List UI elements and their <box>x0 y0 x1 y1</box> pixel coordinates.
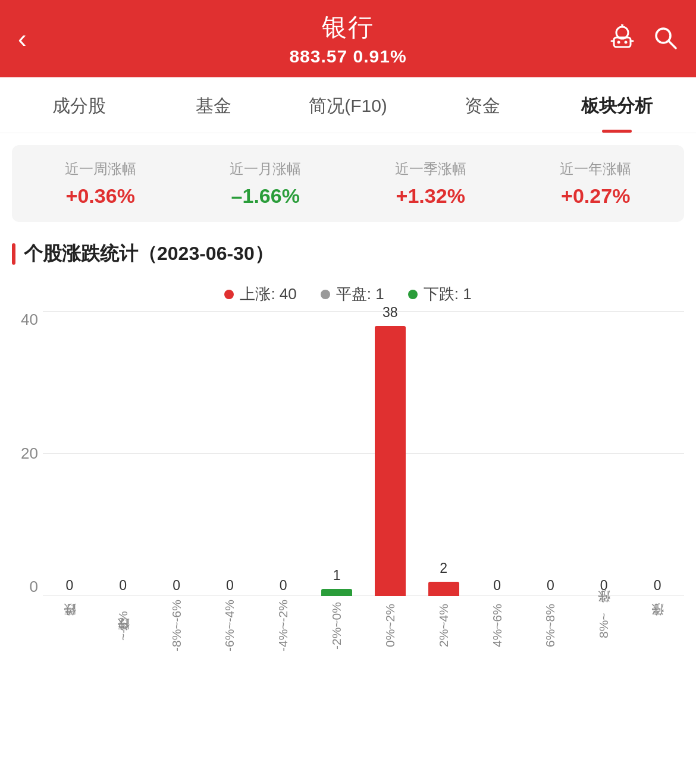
search-icon[interactable] <box>652 24 678 53</box>
nav-tab-基金[interactable]: 基金 <box>146 77 281 133</box>
x-label: -2%~0% <box>310 602 363 650</box>
bar-group: 0 <box>523 311 577 596</box>
x-label: 跌停 <box>43 602 96 650</box>
stat-label: 近一年涨幅 <box>513 159 679 178</box>
stat-value: +0.27% <box>513 184 679 208</box>
stat-item: 近一季涨幅 +1.32% <box>348 159 513 208</box>
chart-inner: 40200 0000013820000 <box>12 311 684 596</box>
stat-value: +1.32% <box>348 184 513 208</box>
bar-group: 38 <box>363 311 417 596</box>
bar-zero-label: 0 <box>547 578 554 594</box>
header-icons-right <box>609 24 678 53</box>
bar-zero-label: 0 <box>280 578 287 594</box>
bar-zero-label: 0 <box>654 578 661 594</box>
svg-point-2 <box>617 41 620 44</box>
stats-row: 近一周涨幅 +0.36% 近一月涨幅 –1.66% 近一季涨幅 +1.32% 近… <box>12 145 684 222</box>
y-label: 20 <box>12 444 38 463</box>
bar-zero-label: 0 <box>600 578 608 594</box>
bar-value-label: 38 <box>383 305 398 321</box>
legend-item: 平盘: 1 <box>321 284 384 305</box>
bar: 1 <box>321 589 352 596</box>
svg-point-3 <box>625 41 628 44</box>
bar-value-label: 1 <box>333 567 341 584</box>
page-title: 银行 <box>289 11 406 44</box>
bar-group: 0 <box>43 311 96 596</box>
svg-line-9 <box>669 41 676 48</box>
stat-label: 近一季涨幅 <box>348 159 513 178</box>
stat-item: 近一年涨幅 +0.27% <box>513 159 679 208</box>
y-axis: 40200 <box>12 311 38 596</box>
legend-label: 下跌: 1 <box>424 284 472 305</box>
chart-legend: 上涨: 40 平盘: 1 下跌: 1 <box>0 284 696 305</box>
x-label: -8%~-6% <box>150 602 203 650</box>
bar-zero-label: 0 <box>493 578 501 594</box>
stat-label: 近一周涨幅 <box>18 159 183 178</box>
nav-tab-资金[interactable]: 资金 <box>415 77 550 133</box>
nav-tab-板块分析[interactable]: 板块分析 <box>550 77 684 133</box>
x-label: 4%~6% <box>471 602 524 650</box>
legend-label: 上涨: 40 <box>240 284 296 305</box>
chart-container: 40200 0000013820000 跌停跌停~-8%-8%~-6%-6%~-… <box>12 311 684 703</box>
bar-group: 0 <box>471 311 524 596</box>
nav-tab-成分股[interactable]: 成分股 <box>12 77 146 133</box>
stat-item: 近一周涨幅 +0.36% <box>18 159 183 208</box>
bar-group: 0 <box>96 311 150 596</box>
chart-plot: 0000013820000 <box>43 311 684 596</box>
legend-item: 上涨: 40 <box>224 284 296 305</box>
header: ‹ 银行 883.57 0.91% <box>0 0 696 77</box>
back-button[interactable]: ‹ <box>18 24 27 54</box>
bar-value-label: 2 <box>440 560 447 576</box>
header-subtitle: 883.57 0.91% <box>289 46 406 67</box>
bar-group: 0 <box>256 311 310 596</box>
bar-zero-label: 0 <box>173 578 180 594</box>
x-label: 8%~涨停 <box>577 602 631 650</box>
bar-zero-label: 0 <box>119 578 127 594</box>
section-title: 个股涨跌统计（2023-06-30） <box>12 241 684 267</box>
bar-group: 2 <box>417 311 471 596</box>
y-label: 0 <box>12 578 38 596</box>
x-label: 跌停~-8% <box>96 602 150 650</box>
stat-value: –1.66% <box>183 184 349 208</box>
stat-label: 近一月涨幅 <box>183 159 349 178</box>
x-label: 6%~8% <box>523 602 577 650</box>
section-title-bar <box>12 243 15 265</box>
bar-group: 0 <box>577 311 631 596</box>
x-label: 涨停 <box>631 602 684 650</box>
nav-tabs: 成分股基金简况(F10)资金板块分析 <box>0 77 696 133</box>
header-center: 银行 883.57 0.91% <box>289 11 406 67</box>
stat-item: 近一月涨幅 –1.66% <box>183 159 349 208</box>
robot-icon[interactable] <box>609 24 635 53</box>
legend-label: 平盘: 1 <box>336 284 384 305</box>
legend-item: 下跌: 1 <box>408 284 472 305</box>
bar-group: 0 <box>203 311 256 596</box>
x-label: -6%~-4% <box>203 602 256 650</box>
bars-row: 0000013820000 <box>43 311 684 596</box>
nav-tab-简况(F10)[interactable]: 简况(F10) <box>281 77 415 133</box>
bar-group: 0 <box>631 311 684 596</box>
bar-zero-label: 0 <box>226 578 234 594</box>
y-label: 40 <box>12 311 38 329</box>
legend-dot <box>321 290 330 299</box>
x-label: 2%~4% <box>417 602 471 650</box>
stat-value: +0.36% <box>18 184 183 208</box>
bar: 38 <box>375 326 406 596</box>
x-labels: 跌停跌停~-8%-8%~-6%-6%~-4%-4%~-2%-2%~0%0%~2%… <box>12 602 684 650</box>
x-label: -4%~-2% <box>256 602 310 650</box>
bar-group: 0 <box>150 311 203 596</box>
bar: 2 <box>428 582 459 596</box>
bar-zero-label: 0 <box>66 578 74 594</box>
legend-dot <box>408 290 418 299</box>
x-label: 0%~2% <box>363 602 417 650</box>
x-labels-inner: 跌停跌停~-8%-8%~-6%-6%~-4%-4%~-2%-2%~0%0%~2%… <box>43 602 684 650</box>
section-title-text: 个股涨跌统计（2023-06-30） <box>24 241 274 267</box>
bar-group: 1 <box>310 311 363 596</box>
legend-dot <box>224 290 234 299</box>
